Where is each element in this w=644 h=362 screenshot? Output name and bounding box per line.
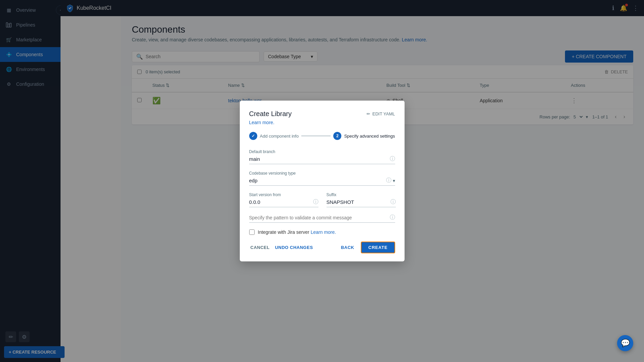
step-1-circle: ✓ <box>249 132 257 140</box>
codebase-versioning-select[interactable]: edp semver default <box>249 178 386 183</box>
start-version-input-row: ⓘ <box>249 198 318 207</box>
stepper: ✓ Add component info 2 Specify advanced … <box>249 132 395 140</box>
suffix-input[interactable] <box>327 199 390 205</box>
chat-icon: 💬 <box>621 339 630 348</box>
version-suffix-row: Start version from ⓘ Suffix ⓘ <box>249 192 395 207</box>
dialog-footer: CANCEL UNDO CHANGES BACK CREATE <box>249 242 395 253</box>
start-version-input[interactable] <box>249 199 313 205</box>
default-branch-field: Default branch ⓘ <box>249 149 395 164</box>
start-version-info-icon[interactable]: ⓘ <box>313 198 318 206</box>
commit-pattern-info-icon[interactable]: ⓘ <box>390 214 395 221</box>
chat-fab-button[interactable]: 💬 <box>617 335 633 351</box>
default-branch-info-icon[interactable]: ⓘ <box>390 155 395 162</box>
start-version-field: Start version from ⓘ <box>249 192 318 207</box>
step-line <box>301 136 331 136</box>
dialog-header: Create Library ✏ EDIT YAML <box>249 110 395 118</box>
versioning-info-icon[interactable]: ⓘ <box>386 177 391 184</box>
codebase-versioning-label: Codebase versioning type <box>249 171 395 176</box>
commit-pattern-input[interactable] <box>249 215 390 220</box>
step-1-label: Add component info <box>260 134 299 139</box>
suffix-input-row: ⓘ <box>327 198 396 207</box>
back-button[interactable]: BACK <box>337 242 358 253</box>
step-1: ✓ Add component info <box>249 132 299 140</box>
undo-changes-button[interactable]: UNDO CHANGES <box>274 242 314 253</box>
dialog-title: Create Library <box>249 110 292 118</box>
default-branch-input[interactable] <box>249 156 390 162</box>
suffix-label: Suffix <box>327 192 396 197</box>
default-branch-label: Default branch <box>249 149 395 154</box>
dialog-learn-more-link[interactable]: Learn more. <box>249 120 395 125</box>
commit-pattern-field: ⓘ <box>249 214 395 223</box>
step-2: 2 Specify advanced settings <box>333 132 395 140</box>
suffix-field: Suffix ⓘ <box>327 192 396 207</box>
start-version-label: Start version from <box>249 192 318 197</box>
create-library-dialog: Create Library ✏ EDIT YAML Learn more. ✓… <box>240 101 405 261</box>
suffix-info-icon[interactable]: ⓘ <box>390 198 396 206</box>
jira-learn-more-link[interactable]: Learn more. <box>311 229 336 235</box>
codebase-versioning-field: Codebase versioning type edp semver defa… <box>249 171 395 186</box>
jira-checkbox-row: Integrate with Jira server Learn more. <box>249 229 395 235</box>
edit-icon: ✏ <box>367 111 370 116</box>
cancel-button[interactable]: CANCEL <box>249 242 271 253</box>
default-branch-input-row: ⓘ <box>249 155 395 164</box>
versioning-chevron-icon: ▾ <box>393 178 395 183</box>
modal-overlay: Create Library ✏ EDIT YAML Learn more. ✓… <box>0 0 644 362</box>
edit-yaml-button[interactable]: ✏ EDIT YAML <box>367 111 395 116</box>
jira-label: Integrate with Jira server Learn more. <box>258 229 336 235</box>
create-button[interactable]: CREATE <box>361 242 395 253</box>
step-2-label: Specify advanced settings <box>344 134 395 139</box>
codebase-versioning-input-row: edp semver default ⓘ ▾ <box>249 177 395 186</box>
step-2-circle: 2 <box>333 132 341 140</box>
jira-checkbox[interactable] <box>249 229 255 235</box>
